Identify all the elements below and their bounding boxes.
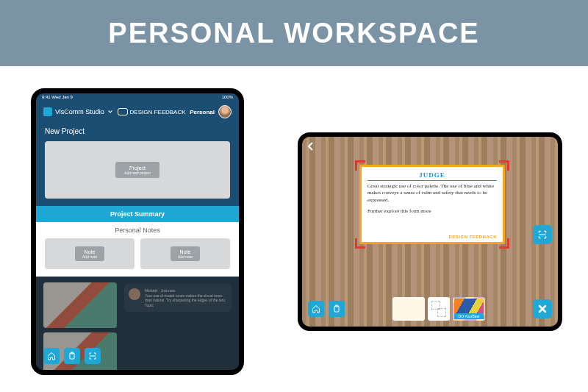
scan-corner-icon: [355, 160, 365, 171]
captured-thumbnail[interactable]: [392, 297, 425, 321]
scan-frame: JUDGE Great strategic use of color palet…: [355, 160, 509, 249]
notes-button[interactable]: [329, 301, 345, 317]
workspace-icon: [43, 107, 52, 116]
scanned-note-card: JUDGE Great strategic use of color palet…: [359, 165, 505, 244]
personal-notes-panel: Personal Notes Note Add note Note Add no…: [36, 222, 239, 277]
home-icon: [312, 304, 320, 313]
captured-thumbnail[interactable]: DO YourBest: [453, 297, 485, 321]
note-card[interactable]: Note Add note: [45, 238, 135, 269]
scan-corner-icon: [355, 238, 365, 249]
logo-label: DESIGN FEEDBACK: [130, 109, 186, 115]
tablet-portrait-frame: 9:41 Wed Jan 9 100% VisComm Studio DESIG…: [31, 88, 244, 375]
chevron-down-icon: [107, 109, 113, 115]
user-avatar[interactable]: [218, 105, 232, 118]
status-bar: 9:41 Wed Jan 9 100%: [36, 93, 239, 101]
captured-thumbnails: DO YourBest: [392, 297, 485, 321]
new-project-label: New Project: [36, 123, 239, 138]
close-button[interactable]: [533, 299, 552, 318]
tablet-landscape-frame: JUDGE Great strategic use of color palet…: [298, 132, 562, 331]
page-title: PERSONAL WORKSPACE: [108, 18, 479, 49]
personal-label: Personal: [190, 109, 215, 115]
add-note-button[interactable]: Note Add note: [171, 246, 200, 261]
note-line: Great strategic use of color palette. Th…: [368, 183, 497, 204]
personal-notes-title: Personal Notes: [45, 227, 230, 238]
close-icon: [537, 304, 548, 314]
note-rule: [368, 180, 497, 181]
note-heading: JUDGE: [368, 171, 497, 179]
page-banner: PERSONAL WORKSPACE: [0, 0, 588, 66]
add-project-sublabel: Add new project: [124, 171, 151, 176]
note-card[interactable]: Note Add note: [140, 238, 230, 269]
stage: 9:41 Wed Jan 9 100% VisComm Studio DESIG…: [0, 66, 588, 392]
project-summary-bar[interactable]: Project Summary: [36, 206, 239, 222]
status-battery: 100%: [222, 95, 233, 99]
add-project-label: Project: [129, 165, 146, 171]
tablet-landscape-screen: JUDGE Great strategic use of color palet…: [302, 137, 558, 327]
home-icon: [47, 352, 56, 360]
add-project-button[interactable]: Project Add new project: [115, 162, 159, 178]
scan-icon: [537, 229, 548, 240]
capture-button[interactable]: [533, 225, 552, 244]
back-button[interactable]: [306, 141, 314, 154]
scan-icon: [88, 352, 97, 360]
scan-corner-icon: [499, 238, 509, 249]
tablet-portrait-screen: 9:41 Wed Jan 9 100% VisComm Studio DESIG…: [36, 93, 239, 370]
clipboard-icon: [332, 304, 341, 313]
notes-row: Note Add note Note Add note: [45, 238, 230, 269]
scanner-bottom-left: [308, 301, 345, 317]
status-time: 9:41 Wed Jan 9: [42, 95, 73, 99]
scanner-bottom-bar: DO YourBest: [308, 297, 552, 321]
scan-corner-icon: [499, 160, 509, 171]
note-line: Further explore this form more: [368, 208, 497, 215]
app-bar: VisComm Studio DESIGN FEEDBACK Personal: [36, 101, 239, 123]
workspace-name: VisComm Studio: [55, 108, 104, 115]
add-note-button[interactable]: Note Add note: [75, 246, 104, 261]
bottom-toolbar: [43, 348, 101, 364]
workspace-dropdown[interactable]: VisComm Studio: [43, 107, 113, 116]
logo-icon: [118, 108, 128, 115]
thumbnail-caption: DO YourBest: [454, 313, 484, 319]
home-button[interactable]: [43, 348, 60, 364]
home-button[interactable]: [308, 301, 324, 317]
projects-content-area: Michael · Just now Your use of muted ton…: [36, 277, 239, 370]
note-brand: DESIGN FEEDBACK: [448, 235, 497, 239]
scan-button[interactable]: [85, 348, 101, 364]
personal-area[interactable]: Personal: [190, 105, 232, 118]
clipboard-icon: [68, 352, 76, 360]
captured-thumbnail[interactable]: [428, 297, 450, 321]
chevron-left-icon: [306, 141, 314, 152]
notes-button[interactable]: [64, 348, 80, 364]
new-project-card[interactable]: Project Add new project: [45, 141, 230, 199]
app-logo: DESIGN FEEDBACK: [118, 108, 186, 115]
